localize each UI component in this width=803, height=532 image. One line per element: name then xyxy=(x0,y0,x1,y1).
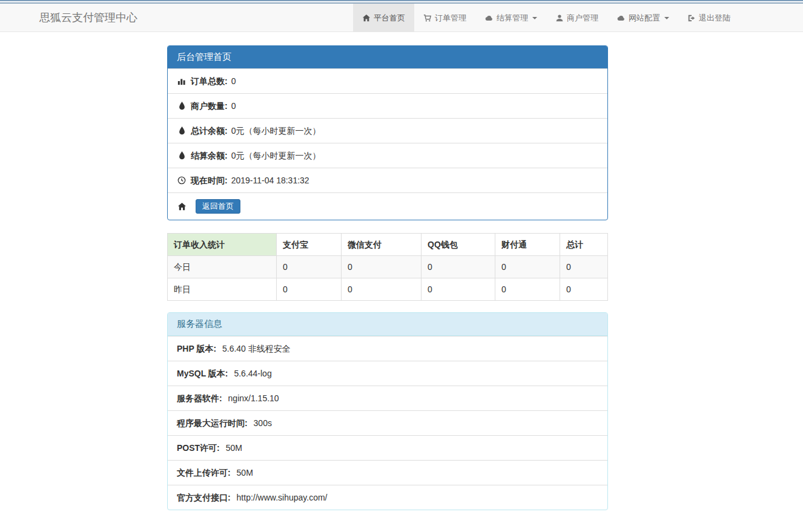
cell-value: 0 xyxy=(495,256,560,278)
server-row-mysql-version: MySQL 版本: 5.6.44-log xyxy=(168,361,607,386)
cell-value: 0 xyxy=(421,256,495,278)
server-row-upload-limit: 文件上传许可: 50M xyxy=(168,460,607,485)
nav-menu: 平台首页 订单管理 结算管理 商户管理 网站配置 退出登陆 xyxy=(353,4,739,32)
server-info-panel: 服务器信息 PHP 版本: 5.6.40 非线程安全 MySQL 版本: 5.6… xyxy=(167,312,608,510)
stat-label: 总计余额: xyxy=(191,125,228,137)
server-row-label: PHP 版本: xyxy=(177,344,216,353)
nav-item-orders[interactable]: 订单管理 xyxy=(414,4,475,32)
stat-label: 结算余额: xyxy=(191,149,228,162)
column-header-alipay: 支付宝 xyxy=(277,234,342,256)
row-label: 昨日 xyxy=(168,278,277,301)
cell-value: 0 xyxy=(342,278,421,301)
server-row-value: 50M xyxy=(226,443,242,453)
server-row-max-exec-time: 程序最大运行时间: 300s xyxy=(168,410,607,435)
stat-row-current-time: 现在时间: 2019-11-04 18:31:32 xyxy=(168,168,607,192)
server-row-label: MySQL 版本: xyxy=(177,369,228,378)
cell-value: 0 xyxy=(342,256,421,278)
server-row-label: POST许可: xyxy=(177,443,220,453)
cell-value: 0 xyxy=(277,256,342,278)
nav-item-label: 结算管理 xyxy=(497,13,528,24)
home-icon xyxy=(177,202,187,211)
chevron-down-icon xyxy=(532,17,537,19)
table-row-yesterday: 昨日 0 0 0 0 0 xyxy=(168,278,608,301)
stat-label: 订单总数: xyxy=(191,75,228,87)
server-row-official-api: 官方支付接口: http://www.sihupay.com/ xyxy=(168,485,607,510)
cell-value: 0 xyxy=(560,256,608,278)
server-row-value: 300s xyxy=(254,418,272,428)
nav-item-label: 网站配置 xyxy=(629,13,660,24)
stat-value: 0元（每小时更新一次） xyxy=(231,125,321,137)
cell-value: 0 xyxy=(421,278,495,301)
stat-label: 商户数量: xyxy=(191,100,228,112)
table-row-today: 今日 0 0 0 0 0 xyxy=(168,256,608,278)
home-icon xyxy=(362,14,371,22)
server-row-value: 50M xyxy=(237,468,253,478)
stat-value: 0 xyxy=(231,75,236,87)
navbar: 思狐云支付管理中心 平台首页 订单管理 结算管理 商户管理 网站配置 退出登陆 xyxy=(0,4,803,32)
dashboard-panel: 后台管理首页 订单总数: 0 商户数量: 0 总计余额: 0元（每小时更新一次）… xyxy=(167,45,608,220)
row-label: 今日 xyxy=(168,256,277,278)
sign-out-icon xyxy=(687,14,696,22)
nav-item-settlement[interactable]: 结算管理 xyxy=(475,4,546,32)
cell-value: 0 xyxy=(495,278,560,301)
bar-chart-icon xyxy=(177,77,187,85)
nav-item-logout[interactable]: 退出登陆 xyxy=(678,4,739,32)
nav-item-site-config[interactable]: 网站配置 xyxy=(607,4,678,32)
user-icon xyxy=(555,14,564,22)
cart-icon xyxy=(423,14,432,22)
income-table: 订单收入统计 支付宝 微信支付 QQ钱包 财付通 总计 今日 0 0 0 0 0… xyxy=(167,233,608,301)
nav-item-merchants[interactable]: 商户管理 xyxy=(546,4,607,32)
home-button-row: 返回首页 xyxy=(168,192,607,220)
cell-value: 0 xyxy=(277,278,342,301)
main-content: 后台管理首页 订单总数: 0 商户数量: 0 总计余额: 0元（每小时更新一次）… xyxy=(167,45,608,510)
server-row-value: http://www.sihupay.com/ xyxy=(237,493,328,502)
nav-item-label: 订单管理 xyxy=(435,13,466,24)
column-header-tenpay: 财付通 xyxy=(495,234,560,256)
stat-row-merchant-count: 商户数量: 0 xyxy=(168,93,607,118)
column-header-qq-wallet: QQ钱包 xyxy=(421,234,495,256)
server-row-label: 文件上传许可: xyxy=(177,468,231,478)
server-row-value: 5.6.44-log xyxy=(234,369,271,378)
tint-icon xyxy=(177,102,187,110)
stat-value: 2019-11-04 18:31:32 xyxy=(231,174,309,186)
dashboard-panel-title: 后台管理首页 xyxy=(168,46,607,68)
clock-icon xyxy=(177,176,187,185)
nav-item-label: 平台首页 xyxy=(374,13,405,24)
nav-item-label: 商户管理 xyxy=(567,13,598,24)
cloud-icon xyxy=(616,14,626,22)
server-row-label: 程序最大运行时间: xyxy=(177,418,248,428)
cloud-icon xyxy=(484,14,494,22)
server-row-label: 官方支付接口: xyxy=(177,493,231,502)
nav-item-platform-home[interactable]: 平台首页 xyxy=(353,4,414,32)
stat-row-settle-balance: 结算余额: 0元（每小时更新一次） xyxy=(168,143,607,168)
column-header-total: 总计 xyxy=(560,234,608,256)
server-info-title: 服务器信息 xyxy=(168,313,607,336)
income-table-header-row: 订单收入统计 支付宝 微信支付 QQ钱包 财付通 总计 xyxy=(168,234,608,256)
server-row-server-software: 服务器软件: nginx/1.15.10 xyxy=(168,386,607,410)
stat-value: 0 xyxy=(231,100,236,112)
server-row-php-version: PHP 版本: 5.6.40 非线程安全 xyxy=(168,336,607,361)
server-row-value: 5.6.40 非线程安全 xyxy=(222,344,291,353)
column-header-wechat: 微信支付 xyxy=(342,234,421,256)
stat-row-total-balance: 总计余额: 0元（每小时更新一次） xyxy=(168,118,607,143)
server-row-value: nginx/1.15.10 xyxy=(228,393,279,403)
chevron-down-icon xyxy=(664,17,669,19)
stat-row-order-total: 订单总数: 0 xyxy=(168,68,607,93)
income-table-title-cell: 订单收入统计 xyxy=(168,234,277,256)
stat-value: 0元（每小时更新一次） xyxy=(231,149,321,162)
cell-value: 0 xyxy=(560,278,608,301)
tint-icon xyxy=(177,126,187,135)
back-home-button[interactable]: 返回首页 xyxy=(196,199,240,214)
server-row-post-limit: POST许可: 50M xyxy=(168,435,607,460)
brand-title: 思狐云支付管理中心 xyxy=(39,4,137,32)
nav-item-label: 退出登陆 xyxy=(699,13,730,24)
stat-label: 现在时间: xyxy=(191,174,228,186)
tint-icon xyxy=(177,151,187,160)
server-row-label: 服务器软件: xyxy=(177,393,222,403)
